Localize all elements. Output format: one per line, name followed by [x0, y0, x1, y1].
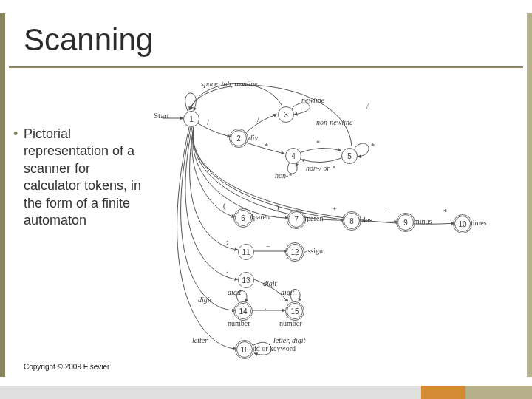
label-times: times: [471, 219, 487, 227]
edge-rparen: ): [276, 203, 279, 211]
bullet-content: Pictorial representation of a scanner fo…: [24, 126, 141, 228]
page-title: Scanning: [24, 22, 153, 58]
edge-nonslash: non-/ or *: [306, 164, 335, 172]
state-11: 11: [238, 244, 254, 260]
bullet-dot: •: [13, 126, 24, 143]
state-6-lparen: 6: [235, 210, 251, 226]
edge-star-2-4: *: [265, 142, 268, 150]
label-lparen: lparen: [251, 213, 270, 221]
edge-lparen: (: [223, 202, 225, 210]
edge-letter: letter: [192, 336, 208, 344]
bottom-bar-seg-tan: [466, 386, 532, 399]
edge-star-4-5: *: [316, 139, 320, 147]
slide: Scanning •Pictorial representation of a …: [0, 0, 532, 399]
label-rparen: rparen: [304, 214, 324, 222]
state-2-div: 2: [231, 130, 247, 146]
state-1: 1: [183, 111, 200, 127]
edge-dot-14-15: .: [265, 303, 267, 311]
edge-newline: newline: [301, 96, 324, 104]
label-minus: minus: [414, 217, 432, 225]
bottom-bar-seg-orange: [421, 386, 466, 399]
edge-self1: space, tab, newline: [201, 80, 258, 88]
edge-slash-5-1: /: [366, 102, 369, 110]
edge-minus: -: [387, 206, 389, 214]
state-5: 5: [341, 148, 358, 164]
edge-slash-2-3: /: [257, 115, 259, 123]
edge-digit-15self: digit: [281, 288, 294, 296]
state-9-minus: 9: [398, 214, 414, 231]
start-label: Start: [154, 111, 169, 120]
edge-nonstar: non-*: [275, 171, 292, 180]
edge-star-5self: *: [371, 142, 375, 150]
edge-plus: +: [332, 205, 337, 213]
edge-digit-13-15: digit: [263, 279, 276, 287]
edge-letter-digit: letter, digit: [273, 336, 305, 344]
label-div: div: [248, 133, 258, 142]
state-8-plus: 8: [344, 213, 360, 229]
state-16-id: 16: [236, 341, 253, 358]
copyright-text: Copyright © 2009 Elsevier: [24, 363, 109, 371]
edge-colon: :: [226, 238, 228, 246]
left-accent-bar: [0, 13, 5, 377]
state-4: 4: [285, 148, 301, 164]
state-15-number: 15: [287, 303, 303, 319]
edge-digit-14self: digit: [228, 288, 241, 296]
label-number14: number: [228, 319, 250, 327]
label-assign: assign: [304, 247, 323, 255]
edge-slash-1-2: /: [207, 118, 209, 126]
edge-dot13: .: [226, 266, 228, 274]
label-id: id or keyword: [254, 344, 296, 352]
label-number15: number: [279, 319, 302, 327]
edge-times: *: [443, 208, 447, 216]
state-10-times: 10: [454, 216, 471, 232]
bottom-bar: [0, 386, 532, 399]
state-7-rparen: 7: [288, 211, 304, 228]
edge-digit-1-14: digit: [198, 296, 211, 304]
label-plus: plus: [360, 216, 372, 224]
bullet-text: •Pictorial representation of a scanner f…: [24, 126, 149, 229]
state-13: 13: [238, 272, 254, 288]
edge-eq: =: [266, 242, 270, 250]
edge-nonnewline: non-newline: [316, 118, 352, 126]
automaton-diagram: Start 1 2 3 4 5 6 7 8 9 10 11 12 13 14 1…: [155, 74, 532, 369]
state-12-assign: 12: [287, 244, 303, 260]
title-underline: [9, 66, 523, 68]
state-3: 3: [278, 106, 294, 123]
state-14-number: 14: [235, 303, 251, 319]
